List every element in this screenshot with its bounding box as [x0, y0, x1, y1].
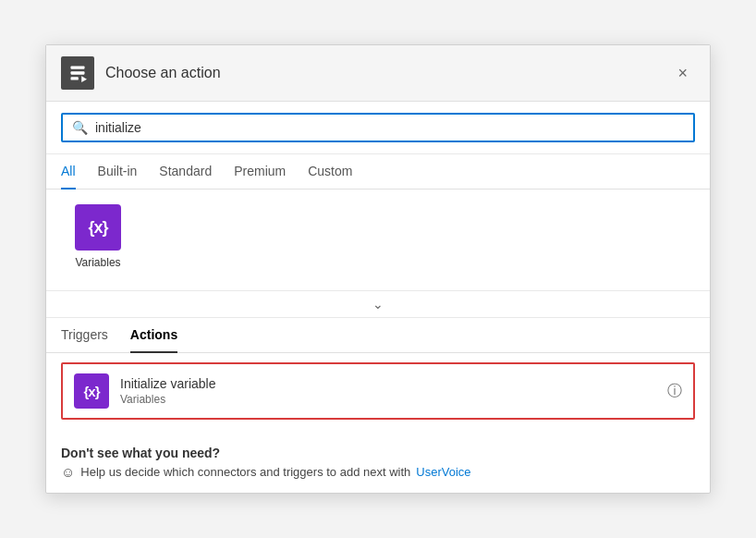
collapse-row[interactable]: ⌄ [46, 291, 710, 318]
search-icon: 🔍 [72, 120, 88, 135]
tab-all[interactable]: All [61, 154, 76, 190]
uservoice-link[interactable]: UserVoice [416, 465, 470, 479]
dialog-header: Choose an action × [46, 45, 710, 102]
connector-variables-label: Variables [75, 256, 120, 269]
dialog-header-icon [61, 56, 94, 90]
footer-description-text: Help us decide which connectors and trig… [80, 465, 410, 479]
svg-rect-0 [71, 67, 85, 69]
action-item-info: Initialize variable Variables [120, 376, 667, 406]
search-input[interactable] [95, 120, 684, 135]
action-item-icon-text: {x} [83, 384, 99, 399]
choose-action-dialog: Choose an action × 🔍 All Built-in Standa… [45, 44, 711, 494]
action-item-icon: {x} [74, 373, 109, 409]
search-area: 🔍 [46, 102, 710, 154]
footer-area: Don't see what you need? ☺ Help us decid… [46, 436, 710, 493]
svg-marker-3 [81, 76, 87, 82]
filter-tabs: All Built-in Standard Premium Custom [46, 154, 710, 190]
tab-custom[interactable]: Custom [308, 154, 352, 190]
search-box: 🔍 [61, 113, 695, 142]
tab-standard[interactable]: Standard [159, 154, 212, 190]
tab-builtin[interactable]: Built-in [98, 154, 138, 190]
connector-variables-icon: {x} [75, 204, 121, 251]
footer-title: Don't see what you need? [61, 446, 695, 460]
section-tabs: Triggers Actions [46, 318, 710, 353]
tab-triggers[interactable]: Triggers [61, 318, 108, 352]
actions-list: {x} Initialize variable Variables ⓘ [46, 353, 710, 436]
close-button[interactable]: × [670, 61, 695, 85]
action-icon [68, 64, 87, 82]
smiley-icon: ☺ [61, 464, 75, 480]
connector-variables-icon-text: {x} [88, 218, 107, 238]
info-icon[interactable]: ⓘ [667, 382, 682, 401]
action-item-name: Initialize variable [120, 376, 667, 391]
action-item-sub: Variables [120, 393, 667, 406]
connector-variables[interactable]: {x} Variables [61, 204, 135, 269]
action-initialize-variable[interactable]: {x} Initialize variable Variables ⓘ [61, 362, 695, 420]
footer-description: ☺ Help us decide which connectors and tr… [61, 464, 695, 480]
tab-actions[interactable]: Actions [130, 318, 177, 353]
svg-rect-2 [71, 77, 79, 79]
tab-premium[interactable]: Premium [234, 154, 286, 190]
svg-rect-1 [71, 71, 85, 74]
connectors-area: {x} Variables [46, 190, 710, 291]
chevron-down-icon: ⌄ [372, 297, 384, 312]
dialog-title: Choose an action [105, 65, 670, 81]
